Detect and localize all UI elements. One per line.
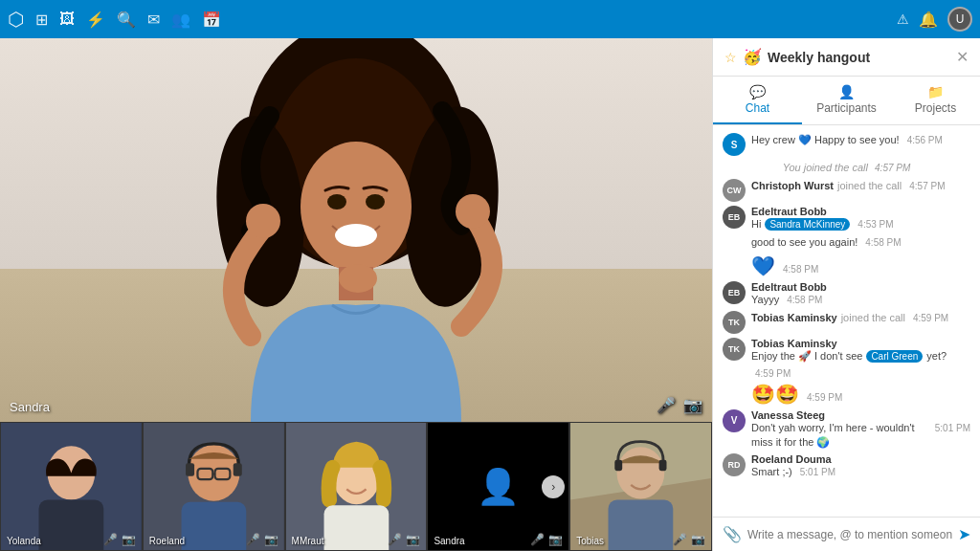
alert-icon[interactable]: ⚠ <box>897 11 909 27</box>
topbar: ⬡ ⊞ 🖼 ⚡ 🔍 ✉ 👥 📅 ⚠ 🔔 U <box>0 0 980 38</box>
svg-rect-22 <box>181 502 246 550</box>
thumb-cam-icon-r: 📷 <box>264 533 278 546</box>
message-edeltraut-2: good to see you again! 4:58 PM <box>723 235 970 250</box>
search-icon[interactable]: 🔍 <box>117 11 136 29</box>
thumb-mic-icon-r: 🎤 <box>246 533 260 546</box>
calendar-icon[interactable]: 📅 <box>202 11 221 29</box>
msg-text-vanessa: Don't yah worry, I'm here - wouldn't mis… <box>751 421 927 451</box>
svg-point-9 <box>456 194 490 229</box>
msg-name-christoph: Christoph Wurst <box>751 180 834 191</box>
svg-rect-20 <box>186 463 194 476</box>
svg-point-7 <box>366 194 385 209</box>
msg-time-tobias: 4:59 PM <box>755 368 791 379</box>
msg-text-edeltraut-1: Hi <box>751 217 761 231</box>
message-tobias-msg: TK Tobias Kaminsky Enjoy the 🚀 I don't s… <box>723 338 970 378</box>
photos-icon[interactable]: 🖼 <box>59 11 75 28</box>
thumbnail-sandra[interactable]: 👤 Sandra 🎤 📷 › <box>427 422 569 551</box>
message-edeltraut-1: EB Edeltraut Bobb Hi Sandra McKinney 4:5… <box>723 206 970 231</box>
thumb-cam-icon-t: 📷 <box>691 533 705 546</box>
mute-toggle[interactable]: 🎤 <box>657 396 676 414</box>
msg-avatar-christoph: CW <box>723 179 746 202</box>
thumb-controls-tobias: 🎤 📷 <box>673 533 705 546</box>
svg-point-11 <box>339 264 377 293</box>
heart-emoji: 💙 <box>751 254 775 277</box>
svg-point-10 <box>246 204 280 238</box>
msg-row-tobias: Enjoy the 🚀 I don't see Carl Green yet? … <box>751 349 970 378</box>
msg-avatar-vanessa: V <box>723 409 746 432</box>
svg-rect-14 <box>39 500 104 550</box>
msg-content-christoph: Christoph Wurst joined the call 4:57 PM <box>751 179 970 193</box>
user-avatar[interactable]: U <box>947 7 972 32</box>
msg-row-heart: 💙 4:58 PM <box>751 254 970 277</box>
contacts-icon[interactable]: 👥 <box>171 11 190 29</box>
files-icon[interactable]: ⊞ <box>35 11 48 29</box>
thumb-label-sandra: Sandra <box>434 536 464 546</box>
tab-chat[interactable]: 💬 Chat <box>713 77 802 124</box>
attach-file-button[interactable]: 📎 <box>723 525 742 543</box>
thumb-mic-icon-t: 🎤 <box>673 533 687 546</box>
projects-tab-label: Projects <box>915 101 956 115</box>
msg-text-1: Hey crew 💙 Happy to see you! <box>751 133 900 147</box>
thumbnail-yolanda[interactable]: Yolanda 🎤 📷 <box>0 422 143 551</box>
msg-content-heart: 💙 4:58 PM <box>751 254 970 277</box>
thumb-controls-sandra: 🎤 📷 <box>530 533 563 546</box>
msg-avatar-1: S <box>723 133 746 156</box>
app-logo-icon: ⬡ <box>8 8 24 31</box>
message-christoph-joined: CW Christoph Wurst joined the call 4:57 … <box>723 179 970 202</box>
thumb-controls-roeland: 🎤 📷 <box>246 533 278 546</box>
next-thumbnail-button[interactable]: › <box>542 475 565 498</box>
msg-row-vanessa: Don't yah worry, I'm here - wouldn't mis… <box>751 421 970 451</box>
thumb-mic-icon-m: 🎤 <box>388 533 402 546</box>
msg-avatar-edeltraut: EB <box>723 206 746 229</box>
message-1: S Hey crew 💙 Happy to see you! 4:56 PM <box>723 133 970 156</box>
chat-message-input[interactable] <box>747 528 952 541</box>
msg-row-christoph: Christoph Wurst joined the call 4:57 PM <box>751 179 970 193</box>
msg-text-roeland: Smart ;-) <box>751 465 792 479</box>
thumb-controls-mmraut: 🎤 📷 <box>388 533 420 546</box>
msg-name-roeland: Roeland Douma <box>751 453 970 465</box>
send-message-button[interactable]: ➤ <box>958 525 970 543</box>
chat-input-area: 📎 ➤ <box>713 517 980 551</box>
chat-emoji: 🥳 <box>743 48 762 66</box>
msg-row-edeltraut-1: Hi Sandra McKinney 4:53 PM <box>751 217 970 231</box>
no-video-icon: 👤 <box>477 467 520 507</box>
chat-tabs: 💬 Chat 👤 Participants 📁 Projects <box>713 77 980 125</box>
msg-time-edeltraut-1: 4:53 PM <box>858 219 893 230</box>
mail-icon[interactable]: ✉ <box>147 11 160 29</box>
msg-name-vanessa: Vanessa Steeg <box>751 409 970 421</box>
favorite-star-icon[interactable]: ☆ <box>724 50 737 65</box>
notification-bell-icon[interactable]: 🔔 <box>919 11 938 29</box>
chat-header: ☆ 🥳 Weekly hangout ✕ <box>713 38 980 77</box>
chat-messages: S Hey crew 💙 Happy to see you! 4:56 PM Y… <box>713 125 980 517</box>
msg-content-vanessa: Vanessa Steeg Don't yah worry, I'm here … <box>751 409 970 451</box>
thumbnail-roeland[interactable]: Roeland 🎤 📷 <box>143 422 285 551</box>
tab-projects[interactable]: 📁 Projects <box>891 77 980 124</box>
close-chat-button[interactable]: ✕ <box>956 48 969 66</box>
msg-row-emoji-faces: 🤩🤩 4:59 PM <box>751 383 970 406</box>
video-toggle[interactable]: 📷 <box>683 396 702 414</box>
chat-tab-label: Chat <box>746 101 769 115</box>
thumb-cam-icon: 📷 <box>122 533 136 546</box>
msg-text-row-1: Hey crew 💙 Happy to see you! 4:56 PM <box>751 133 970 147</box>
main-layout: 👤 Follow promoted 📞 Leave call ⋮⋮ <box>0 38 980 551</box>
svg-point-27 <box>617 447 665 498</box>
activity-icon[interactable]: ⚡ <box>86 11 105 29</box>
msg-time-christoph: 4:57 PM <box>909 181 945 191</box>
msg-content-tobias-msg: Tobias Kaminsky Enjoy the 🚀 I don't see … <box>751 338 970 378</box>
tab-participants[interactable]: 👤 Participants <box>802 77 891 124</box>
msg-time-yayyy: 4:58 PM <box>787 295 822 305</box>
thumb-controls-yolanda: 🎤 📷 <box>103 533 136 546</box>
thumbnail-mmraut[interactable]: MMraut 🎤 📷 <box>285 422 428 551</box>
msg-name-tobias-joined: Tobias Kaminsky <box>751 312 837 323</box>
msg-time-1: 4:56 PM <box>907 135 943 145</box>
msg-content-edeltraut-1: Edeltraut Bobb Hi Sandra McKinney 4:53 P… <box>751 206 970 231</box>
thumbnail-tobias[interactable]: Tobias 🎤 📷 <box>569 422 712 551</box>
thumb-mic-icon: 🎤 <box>103 533 118 546</box>
mention-tag-sandra: Sandra McKinney <box>765 218 850 231</box>
msg-avatar-roeland: RD <box>723 453 746 476</box>
main-speaker-label: Sandra <box>10 400 50 414</box>
chat-title: Weekly hangout <box>768 50 950 65</box>
msg-text-yayyy: Yayyy <box>751 293 779 307</box>
msg-text-edeltraut-2: good to see you again! <box>751 235 858 250</box>
msg-avatar-edeltraut-2: EB <box>723 281 746 304</box>
